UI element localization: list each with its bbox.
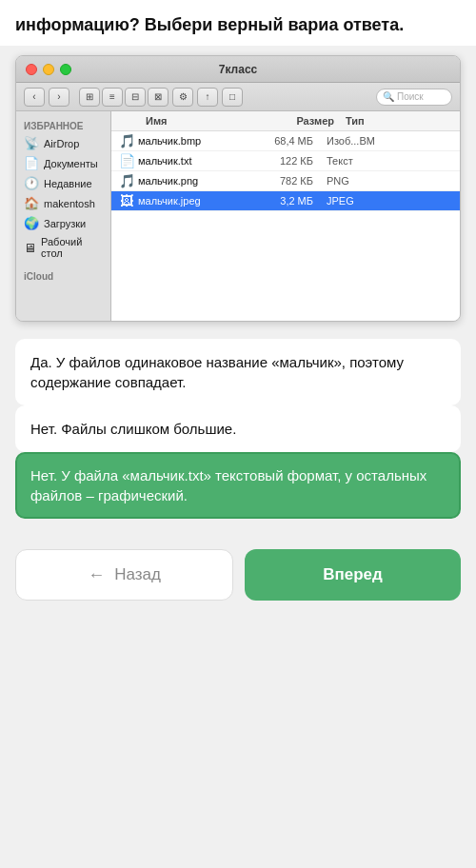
airdrop-icon: 📡 xyxy=(24,136,39,150)
answer-option-3[interactable]: Нет. У файла «мальчик.txt» текстовый фор… xyxy=(15,452,461,519)
file-size: 782 КБ xyxy=(252,175,319,187)
sidebar-label-documents: Документы xyxy=(44,158,98,169)
finder-body: Избранное 📡 AirDrop 📄 Документы 🕐 Недавн… xyxy=(16,111,460,321)
finder-title: 7класс xyxy=(219,63,257,76)
file-type: PNG xyxy=(319,175,460,187)
file-size: 122 КБ xyxy=(252,155,319,167)
close-button[interactable] xyxy=(26,64,37,75)
action-button[interactable]: ⚙ xyxy=(172,88,193,107)
finder-sidebar: Избранное 📡 AirDrop 📄 Документы 🕐 Недавн… xyxy=(16,111,111,321)
file-name: мальчик.txt xyxy=(138,155,252,167)
search-box[interactable]: 🔍 Поиск xyxy=(376,89,452,106)
search-placeholder: Поиск xyxy=(397,91,424,102)
file-size: 68,4 МБ xyxy=(252,135,319,147)
file-name: мальчик.png xyxy=(138,175,252,187)
finder-toolbar: ‹ › ⊞ ≡ ⊟ ⊠ ⚙ ↑ □ 🔍 Поиск xyxy=(16,83,460,111)
file-icon: 📄 xyxy=(111,153,138,168)
icon-view-button[interactable]: ⊞ xyxy=(79,88,100,107)
back-arrow-icon: ← xyxy=(88,565,105,585)
file-type: JPEG xyxy=(319,195,460,207)
question-area: информацию? Выбери верный вариа ответа. xyxy=(0,0,476,46)
list-view-button[interactable]: ≡ xyxy=(102,88,123,107)
col-header-name: Имя xyxy=(138,113,271,128)
file-row[interactable]: 🎵 мальчик.bmp 68,4 МБ Изоб...BM xyxy=(111,131,460,151)
file-icon: 🎵 xyxy=(111,133,138,148)
home-icon: 🏠 xyxy=(24,196,39,210)
file-name: мальчик.jpeg xyxy=(138,195,252,207)
file-row[interactable]: 🎵 мальчик.png 782 КБ PNG xyxy=(111,171,460,191)
sidebar-item-recent[interactable]: 🕐 Недавние xyxy=(16,173,110,193)
sidebar-label-makentosh: makentosh xyxy=(44,198,95,209)
traffic-lights xyxy=(26,64,71,75)
desktop-icon: 🖥 xyxy=(24,241,36,255)
view-group: ⊞ ≡ ⊟ ⊠ xyxy=(79,88,169,107)
sidebar-item-desktop[interactable]: 🖥 Рабочий стол xyxy=(16,233,110,262)
sidebar-item-downloads[interactable]: 🌍 Загрузки xyxy=(16,213,110,233)
back-nav-button[interactable]: ‹ xyxy=(24,88,45,107)
answers-container: Да. У файлов одинаковое название «мальчи… xyxy=(15,339,461,519)
file-rows-container: 🎵 мальчик.bmp 68,4 МБ Изоб...BM 📄 мальчи… xyxy=(111,131,460,211)
file-name: мальчик.bmp xyxy=(138,135,252,147)
back-button[interactable]: ← Назад xyxy=(15,549,233,601)
maximize-button[interactable] xyxy=(60,64,71,75)
forward-label: Вперед xyxy=(323,565,383,584)
icloud-label: iCloud xyxy=(16,267,110,284)
finder-window: 7класс ‹ › ⊞ ≡ ⊟ ⊠ ⚙ ↑ □ 🔍 Поиск Избранн… xyxy=(15,55,461,322)
sidebar-item-makentosh[interactable]: 🏠 makentosh xyxy=(16,193,110,213)
finder-titlebar: 7класс xyxy=(16,56,460,83)
file-size: 3,2 МБ xyxy=(252,195,319,207)
files-header: Имя Размер Тип xyxy=(111,111,460,131)
answer-option-1[interactable]: Да. У файлов одинаковое название «мальчи… xyxy=(15,339,461,405)
question-text: информацию? Выбери верный вариа ответа. xyxy=(15,13,461,36)
recent-icon: 🕐 xyxy=(24,176,39,190)
downloads-icon: 🌍 xyxy=(24,216,39,230)
file-icon: 🖼 xyxy=(111,193,138,208)
sidebar-label-desktop: Рабочий стол xyxy=(41,236,103,259)
col-header-type: Тип xyxy=(338,113,460,128)
documents-icon: 📄 xyxy=(24,156,39,170)
sidebar-section-избранное: Избранное xyxy=(16,117,110,133)
search-icon: 🔍 xyxy=(383,91,394,102)
answer-option-2[interactable]: Нет. Файлы слишком большие. xyxy=(15,405,461,452)
file-type: Изоб...BM xyxy=(319,135,460,147)
sidebar-item-documents[interactable]: 📄 Документы xyxy=(16,153,110,173)
col-header-size: Размер xyxy=(271,113,338,128)
column-view-button[interactable]: ⊟ xyxy=(125,88,146,107)
tag-button[interactable]: □ xyxy=(222,88,243,107)
sidebar-label-airdrop: AirDrop xyxy=(44,138,79,149)
back-label: Назад xyxy=(114,565,161,584)
file-type: Текст xyxy=(319,155,460,167)
sidebar-label-downloads: Загрузки xyxy=(44,218,86,229)
minimize-button[interactable] xyxy=(43,64,54,75)
gallery-view-button[interactable]: ⊠ xyxy=(148,88,169,107)
forward-button[interactable]: Вперед xyxy=(245,549,461,601)
forward-nav-button[interactable]: › xyxy=(49,88,69,107)
file-row[interactable]: 🖼 мальчик.jpeg 3,2 МБ JPEG xyxy=(111,191,460,211)
file-icon: 🎵 xyxy=(111,173,138,188)
bottom-nav: ← Назад Вперед xyxy=(0,534,476,616)
file-row[interactable]: 📄 мальчик.txt 122 КБ Текст xyxy=(111,151,460,171)
finder-files: Имя Размер Тип 🎵 мальчик.bmp 68,4 МБ Изо… xyxy=(111,111,460,321)
sidebar-label-recent: Недавние xyxy=(44,178,92,189)
answers-section: Да. У файлов одинаковое название «мальчи… xyxy=(0,331,476,526)
sidebar-item-airdrop[interactable]: 📡 AirDrop xyxy=(16,133,110,153)
share-button[interactable]: ↑ xyxy=(197,88,218,107)
